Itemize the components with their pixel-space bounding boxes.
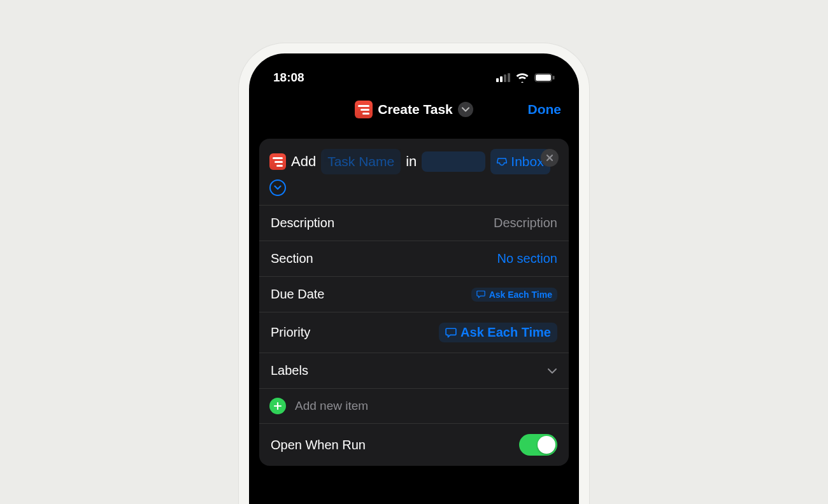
svg-rect-5 [536, 74, 551, 81]
description-label: Description [271, 216, 334, 230]
svg-rect-3 [508, 73, 510, 82]
priority-row[interactable]: Priority Ask Each Time [259, 312, 569, 353]
cell-signal-icon [496, 73, 510, 82]
clear-button[interactable] [541, 149, 559, 167]
labels-row[interactable]: Labels [259, 353, 569, 389]
add-item-row[interactable]: Add new item [259, 389, 569, 424]
todoist-app-icon [269, 153, 286, 170]
action-header: Add Task Name in Inbox [259, 139, 569, 206]
priority-value[interactable]: Ask Each Time [439, 323, 557, 342]
svg-rect-6 [553, 76, 555, 80]
battery-icon [534, 73, 555, 82]
add-item-label: Add new item [295, 399, 368, 413]
inbox-icon [497, 157, 507, 166]
action-card: Add Task Name in Inbox Description Descr… [259, 139, 569, 466]
ask-icon [445, 328, 457, 338]
section-label: Section [271, 251, 313, 266]
nav-title: Create Task [378, 102, 453, 117]
priority-label: Priority [271, 325, 310, 340]
expand-button[interactable] [269, 179, 286, 196]
due-date-row[interactable]: Due Date Ask Each Time [259, 277, 569, 312]
task-name-slot[interactable]: Task Name [321, 149, 401, 174]
status-time: 18:08 [273, 71, 304, 85]
close-icon [546, 154, 553, 162]
labels-label: Labels [271, 363, 308, 378]
section-row[interactable]: Section No section [259, 241, 569, 277]
plus-icon [269, 398, 286, 414]
status-right [496, 73, 555, 83]
wifi-icon [515, 73, 529, 83]
phone-screen: 18:08 Create Task [249, 53, 579, 504]
open-when-run-row: Open When Run [259, 424, 569, 466]
nav-title-area[interactable]: Create Task [355, 101, 473, 118]
nav-bar: Create Task Done [249, 89, 579, 130]
action-sentence: Add Task Name in Inbox [269, 149, 559, 196]
open-when-run-toggle[interactable] [519, 434, 557, 456]
svg-rect-1 [500, 76, 503, 82]
open-when-run-label: Open When Run [271, 438, 366, 452]
chevron-down-icon [547, 368, 557, 374]
svg-rect-2 [504, 74, 506, 82]
ask-icon [476, 290, 485, 298]
due-date-label: Due Date [271, 287, 325, 302]
description-value: Description [494, 216, 557, 230]
preposition-label: in [406, 151, 417, 172]
verb-label: Add [291, 151, 316, 172]
chevron-down-icon [274, 185, 282, 190]
description-row[interactable]: Description Description [259, 206, 569, 241]
svg-rect-0 [496, 78, 499, 82]
due-date-value[interactable]: Ask Each Time [471, 288, 557, 302]
done-button[interactable]: Done [528, 102, 562, 117]
status-bar: 18:08 [249, 53, 579, 89]
chevron-down-icon [462, 107, 469, 112]
section-value: No section [497, 251, 558, 266]
todoist-app-icon [355, 101, 373, 118]
phone-frame: 18:08 Create Task [239, 43, 589, 504]
project-label: Inbox [511, 151, 543, 172]
collapse-button[interactable] [458, 102, 473, 117]
task-context-slot[interactable] [422, 151, 485, 172]
